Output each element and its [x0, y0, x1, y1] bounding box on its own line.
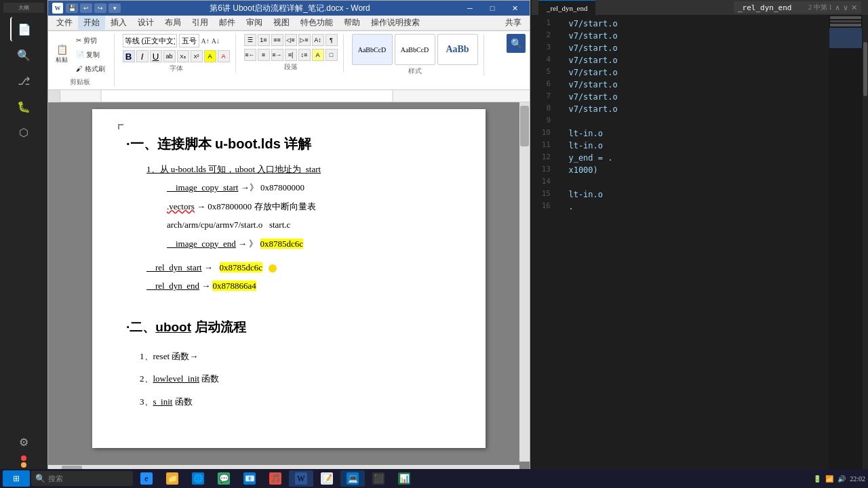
shrink-font-btn[interactable]: A↓	[212, 37, 220, 45]
maximize-btn[interactable]: □	[481, 1, 503, 16]
search-next-btn[interactable]: ∨	[843, 3, 848, 12]
excel-icon: 📊	[398, 472, 410, 485]
ribbon-font-group: A↑ A↓ B I U ab X₂ X² A A 字体	[123, 34, 236, 73]
close-btn[interactable]: ✕	[504, 1, 526, 16]
font-name-input[interactable]	[123, 34, 177, 47]
format-painter-btn[interactable]: 🖌 格式刷	[73, 62, 108, 76]
sidebar-icon-debug[interactable]: 🐛	[10, 94, 37, 119]
menu-layout[interactable]: 布局	[159, 16, 186, 30]
taskbar-app-word[interactable]: W	[289, 470, 313, 487]
show-marks-btn[interactable]: ¶	[326, 34, 338, 46]
list-item-2: 2、lowlevel_init 函数	[126, 371, 452, 386]
shading-btn[interactable]: A	[312, 49, 324, 61]
menu-search[interactable]: 操作说明搜索	[366, 16, 425, 30]
taskbar-app-music[interactable]: 🎵	[263, 470, 288, 487]
more-tool[interactable]: ▾	[108, 3, 121, 13]
save-tool[interactable]: 💾	[66, 3, 78, 13]
taskbar-app-edge[interactable]: 🌐	[186, 470, 210, 487]
indent-inc-btn[interactable]: ▷≡	[298, 34, 311, 46]
copy-btn[interactable]: 📄 复制	[73, 48, 108, 62]
underline-btn[interactable]: U	[150, 50, 162, 62]
vscode-active-tab[interactable]: _rel_dyn_end	[538, 0, 595, 15]
search-prev-btn[interactable]: ∧	[835, 3, 840, 12]
heading1-text: ·一、连接脚本 u-boot.lds 详解	[126, 136, 311, 151]
grow-font-btn[interactable]: A↑	[201, 37, 210, 45]
strikethrough-btn[interactable]: ab	[163, 50, 176, 62]
subscript-btn[interactable]: X₂	[177, 50, 189, 62]
rel-dyn-end-val: 0x878866a4	[212, 281, 256, 291]
sidebar-icon-extensions[interactable]: ⬡	[10, 120, 37, 144]
superscript-btn[interactable]: X²	[191, 50, 203, 62]
vscode-scrollbar-thumb[interactable]	[863, 42, 867, 96]
menu-share[interactable]: 共享	[500, 16, 527, 30]
vscode-scrollbar[interactable]	[863, 15, 868, 473]
sort-btn[interactable]: A↕	[312, 34, 324, 46]
cursor-indicator	[269, 264, 277, 272]
taskbar-app-terminal[interactable]: ⬛	[366, 470, 391, 487]
menu-insert[interactable]: 插入	[105, 16, 132, 30]
line-spacing-btn[interactable]: ↕≡	[298, 49, 311, 61]
font-size-input[interactable]	[179, 34, 199, 47]
bold-btn[interactable]: B	[123, 50, 135, 62]
menu-help[interactable]: 帮助	[338, 16, 366, 30]
undo-tool[interactable]: ↩	[80, 3, 92, 13]
corner-tl	[118, 124, 123, 129]
redo-tool[interactable]: ↪	[94, 3, 106, 13]
cut-btn[interactable]: ✂ 剪切	[73, 34, 108, 47]
indent-dec-btn[interactable]: ◁≡	[285, 34, 297, 46]
search-btn[interactable]: 🔍	[507, 34, 526, 53]
sidebar-icon-settings[interactable]: ⚙	[10, 430, 37, 454]
copy-end-value: 0x8785dc6c	[260, 239, 304, 249]
taskbar-wifi-icon: 📶	[825, 475, 833, 483]
style-nospace-btn[interactable]: AaBbCcD	[395, 34, 435, 65]
sidebar-icon-search[interactable]: 🔍	[10, 43, 37, 67]
tab-label: _rel_dyn_end	[547, 4, 587, 12]
taskbar-app-explorer[interactable]: 📁	[160, 470, 184, 487]
align-center-btn[interactable]: ≡	[258, 49, 270, 61]
menu-ref[interactable]: 引用	[186, 16, 214, 30]
vectors-text: .vectors	[167, 201, 195, 211]
menu-special[interactable]: 特色功能	[295, 16, 338, 30]
taskbar-app-ie[interactable]: e	[134, 470, 159, 487]
list-multi-btn[interactable]: ≡≡	[271, 34, 283, 46]
menu-design[interactable]: 设计	[132, 16, 159, 30]
taskbar-app-notepad[interactable]: 📝	[315, 470, 339, 487]
list-num-btn[interactable]: 1≡	[258, 34, 270, 46]
style-h1-btn[interactable]: AaBb	[437, 34, 478, 65]
vscode-search-input[interactable]	[738, 3, 806, 12]
code-line: 6 v7/start.o	[532, 79, 868, 91]
align-right-btn[interactable]: ≡→	[271, 49, 283, 61]
menu-home[interactable]: 开始	[78, 16, 105, 30]
minimize-btn[interactable]: ─	[459, 1, 481, 16]
image-copy-end: __image_copy_end	[167, 239, 236, 249]
sidebar-icon-explorer[interactable]: 📄	[10, 17, 37, 41]
search-close-btn[interactable]: ✕	[851, 3, 857, 12]
sidebar-icon-git[interactable]: ⎇	[10, 68, 37, 93]
list-bullet-btn[interactable]: ☰	[244, 34, 256, 46]
start-btn[interactable]: ⊞	[3, 470, 30, 487]
taskbar-app-mail[interactable]: 📧	[237, 470, 262, 487]
taskbar-app-excel[interactable]: 📊	[392, 470, 416, 487]
menu-review[interactable]: 审阅	[241, 16, 268, 30]
menu-view[interactable]: 视图	[268, 16, 295, 30]
style-normal-btn[interactable]: AaBbCcD	[352, 34, 393, 65]
doc-para1-sub1: __image_copy_start →》 0x87800000	[126, 180, 452, 195]
para-row2: ≡← ≡ ≡→ ≡| ↕≡ A □	[244, 49, 338, 61]
align-left-btn[interactable]: ≡←	[244, 49, 256, 61]
menu-file[interactable]: 文件	[51, 16, 78, 30]
font-color-btn[interactable]: A	[218, 50, 230, 62]
scrollbar-thumb-v[interactable]	[520, 106, 529, 146]
ruler-corner	[48, 90, 60, 102]
uboot-text: uboot	[235, 164, 255, 174]
italic-btn[interactable]: I	[136, 50, 149, 62]
justify-btn[interactable]: ≡|	[285, 49, 297, 61]
font-row2: B I U ab X₂ X² A A	[123, 50, 230, 62]
paste-btn[interactable]: 📋 粘贴	[52, 43, 71, 66]
menu-mail[interactable]: 邮件	[214, 16, 241, 30]
doc-scrollbar-v[interactable]	[519, 102, 530, 462]
taskbar-search[interactable]: 🔍 搜索	[31, 471, 133, 486]
taskbar-app-wechat[interactable]: 💬	[212, 470, 236, 487]
taskbar-app-vs[interactable]: 💻	[340, 470, 365, 487]
highlight-btn[interactable]: A	[204, 50, 216, 62]
border-btn[interactable]: □	[326, 49, 338, 61]
